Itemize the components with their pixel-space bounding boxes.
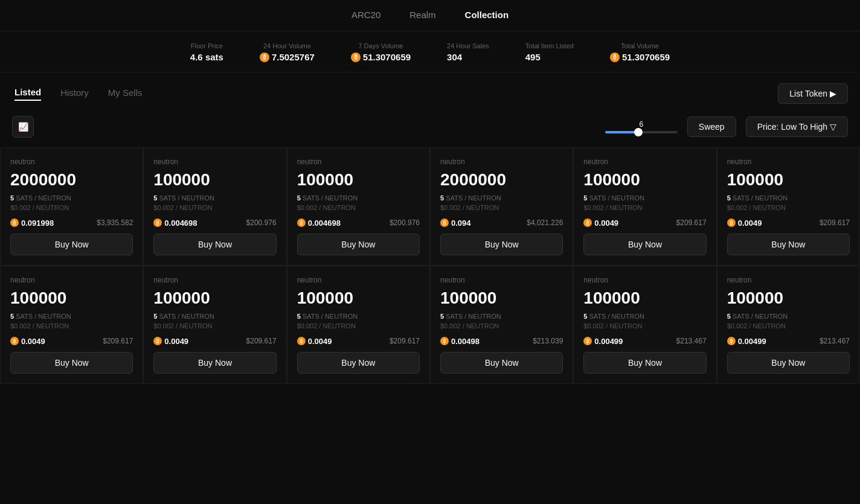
card-btc-value: 0.004698 <box>164 219 197 228</box>
card-amount: 100000 <box>153 171 276 190</box>
chart-button[interactable]: 📈 <box>12 116 34 138</box>
buy-now-button[interactable]: Buy Now <box>727 234 850 255</box>
tab-history[interactable]: History <box>60 88 89 100</box>
card-btc-price: ₿ 0.00498 <box>440 337 480 346</box>
stat-total-listed-value: 495 <box>525 52 574 62</box>
stat-total-listed-label: Total Item Listed <box>525 42 574 49</box>
card-item[interactable]: neutron 100000 5 SATS / NEUTRON $0.002 /… <box>430 266 573 384</box>
card-usd-price: $200.976 <box>246 219 277 227</box>
card-name: neutron <box>153 276 276 284</box>
card-footer: ₿ 0.00499 $213.467 <box>727 337 850 346</box>
tabs-right: List Token ▶ <box>778 83 848 104</box>
card-btc-value: 0.0049 <box>594 219 618 228</box>
sweep-slider[interactable] <box>605 131 678 133</box>
card-usd-price: $4,021.226 <box>527 219 563 227</box>
tabs-row: Listed History My Sells List Token ▶ <box>0 72 860 112</box>
card-item[interactable]: neutron 2000000 5 SATS / NEUTRON $0.002 … <box>430 147 573 266</box>
tab-my-sells[interactable]: My Sells <box>108 88 143 100</box>
stat-24h-sales-label: 24 Hour Sales <box>447 42 489 49</box>
buy-now-button[interactable]: Buy Now <box>153 234 276 255</box>
card-item[interactable]: neutron 100000 5 SATS / NEUTRON $0.002 /… <box>143 266 286 384</box>
stat-floor-price: Floor Price 4.6 sats <box>190 42 223 62</box>
card-item[interactable]: neutron 100000 5 SATS / NEUTRON $0.002 /… <box>287 147 430 266</box>
card-name: neutron <box>440 158 563 166</box>
card-item[interactable]: neutron 100000 5 SATS / NEUTRON $0.002 /… <box>717 266 860 384</box>
card-btc-icon: ₿ <box>727 219 736 227</box>
chart-icon: 📈 <box>18 122 28 132</box>
card-usd-price: $209.617 <box>103 337 133 345</box>
card-name: neutron <box>727 158 850 166</box>
card-btc-price: ₿ 0.0049 <box>153 337 188 346</box>
card-price-usd: $0.002 / NEUTRON <box>583 204 706 211</box>
card-item[interactable]: neutron 100000 5 SATS / NEUTRON $0.002 /… <box>573 266 716 384</box>
nav-collection[interactable]: Collection <box>465 7 509 22</box>
card-item[interactable]: neutron 100000 5 SATS / NEUTRON $0.002 /… <box>573 147 716 266</box>
stat-7d-volume-label: 7 Days Volume <box>351 42 411 49</box>
card-btc-value: 0.0049 <box>21 337 45 346</box>
card-sats: 5 SATS / NEUTRON <box>440 313 563 320</box>
slider-container: 6 <box>605 120 678 133</box>
card-usd-price: $3,935.582 <box>97 219 133 227</box>
tab-listed[interactable]: Listed <box>14 87 41 101</box>
card-item[interactable]: neutron 2000000 5 SATS / NEUTRON $0.002 … <box>0 147 143 266</box>
card-sats: 5 SATS / NEUTRON <box>297 313 420 320</box>
stat-24h-volume-value: ₿ 7.5025767 <box>260 52 315 62</box>
card-usd-price: $209.617 <box>390 337 420 345</box>
card-btc-value: 0.00498 <box>451 337 480 346</box>
buy-now-button[interactable]: Buy Now <box>153 352 276 374</box>
card-price-usd: $0.002 / NEUTRON <box>10 204 133 211</box>
card-usd-price: $209.617 <box>820 219 850 227</box>
card-btc-price: ₿ 0.0049 <box>297 337 332 346</box>
buy-now-button[interactable]: Buy Now <box>583 352 706 374</box>
stat-24h-sales: 24 Hour Sales 304 <box>447 42 489 62</box>
card-btc-icon: ₿ <box>10 219 19 227</box>
card-btc-value: 0.091998 <box>21 219 54 228</box>
buy-now-button[interactable]: Buy Now <box>440 352 563 374</box>
card-footer: ₿ 0.004698 $200.976 <box>297 219 420 228</box>
card-btc-value: 0.00499 <box>738 337 766 346</box>
card-item[interactable]: neutron 100000 5 SATS / NEUTRON $0.002 /… <box>0 266 143 384</box>
card-price-usd: $0.002 / NEUTRON <box>297 322 420 330</box>
cards-grid-row2: neutron 100000 5 SATS / NEUTRON $0.002 /… <box>0 266 860 384</box>
card-sats: 5 SATS / NEUTRON <box>10 194 133 202</box>
card-amount: 100000 <box>153 289 276 308</box>
card-sats: 5 SATS / NEUTRON <box>727 194 850 202</box>
card-name: neutron <box>297 276 420 284</box>
buy-now-button[interactable]: Buy Now <box>583 234 706 255</box>
sweep-button[interactable]: Sweep <box>687 116 736 137</box>
card-name: neutron <box>727 276 850 284</box>
card-btc-icon: ₿ <box>440 337 449 345</box>
card-item[interactable]: neutron 100000 5 SATS / NEUTRON $0.002 /… <box>143 147 286 266</box>
card-amount: 100000 <box>297 289 420 308</box>
card-btc-price: ₿ 0.0049 <box>727 219 762 228</box>
card-footer: ₿ 0.0049 $209.617 <box>10 337 133 346</box>
card-name: neutron <box>10 276 133 284</box>
nav-arc20[interactable]: ARC20 <box>351 7 380 22</box>
buy-now-button[interactable]: Buy Now <box>727 352 850 374</box>
card-btc-price: ₿ 0.004698 <box>297 219 341 228</box>
btc-icon: ₿ <box>260 53 269 62</box>
card-item[interactable]: neutron 100000 5 SATS / NEUTRON $0.002 /… <box>287 266 430 384</box>
buy-now-button[interactable]: Buy Now <box>10 234 133 255</box>
card-usd-price: $213.039 <box>533 337 563 345</box>
buy-now-button[interactable]: Buy Now <box>297 352 420 374</box>
buy-now-button[interactable]: Buy Now <box>297 234 420 255</box>
card-btc-icon: ₿ <box>583 219 592 227</box>
card-btc-value: 0.0049 <box>308 337 332 346</box>
sort-button[interactable]: Price: Low To High ▽ <box>746 116 848 137</box>
nav-realm[interactable]: Realm <box>409 7 435 22</box>
stat-floor-price-label: Floor Price <box>190 42 223 49</box>
buy-now-button[interactable]: Buy Now <box>10 352 133 374</box>
list-token-button[interactable]: List Token ▶ <box>778 83 848 104</box>
card-btc-icon: ₿ <box>153 337 162 345</box>
card-name: neutron <box>583 276 706 284</box>
card-price-usd: $0.002 / NEUTRON <box>153 204 276 211</box>
card-amount: 100000 <box>727 289 850 308</box>
buy-now-button[interactable]: Buy Now <box>440 234 563 255</box>
top-nav: ARC20 Realm Collection <box>0 0 860 31</box>
card-item[interactable]: neutron 100000 5 SATS / NEUTRON $0.002 /… <box>717 147 860 266</box>
card-price-usd: $0.002 / NEUTRON <box>583 322 706 330</box>
card-usd-price: $213.467 <box>820 337 850 345</box>
card-btc-value: 0.00499 <box>594 337 623 346</box>
card-price-usd: $0.002 / NEUTRON <box>297 204 420 211</box>
